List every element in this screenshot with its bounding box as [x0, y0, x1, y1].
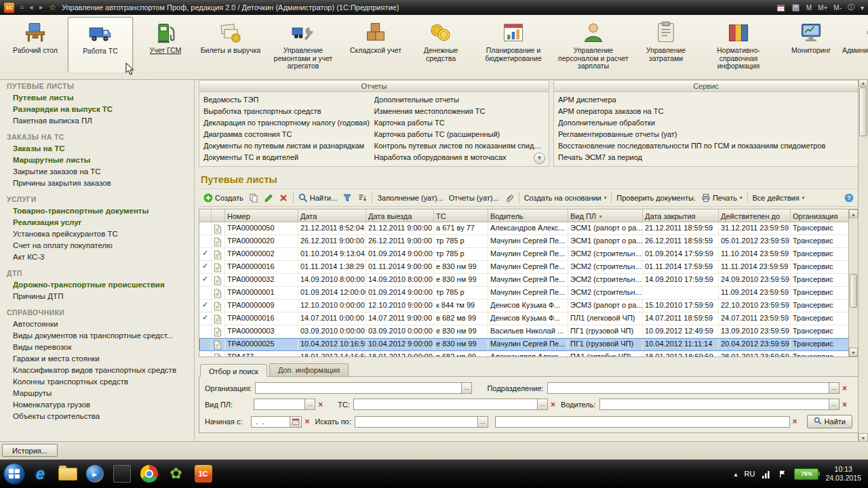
- service-link[interactable]: Регламентированные отчеты (уат): [558, 129, 854, 140]
- start-from-input[interactable]: [251, 416, 290, 428]
- battery-indicator[interactable]: 76%: [794, 468, 818, 480]
- report-link[interactable]: Документы ТС и водителей: [203, 152, 374, 163]
- report-link[interactable]: Контроль путевых листов по показаниям сп…: [374, 140, 545, 152]
- start-from-clear-icon[interactable]: ×: [304, 417, 309, 426]
- toolbar-cancel-search-button[interactable]: [340, 192, 355, 204]
- ribbon-tab-truck[interactable]: Работа ТС: [68, 17, 133, 73]
- page-scrollbar[interactable]: ▲ ▼: [858, 78, 868, 442]
- division-input[interactable]: [547, 382, 829, 394]
- table-row[interactable]: ✓ТРА0000000201.10.2014 9:13:0401.09.2014…: [199, 248, 849, 261]
- table-row[interactable]: ТРА0000005021.12.2011 8:52:0421.12.2011 …: [199, 222, 849, 235]
- start-button[interactable]: [3, 462, 26, 485]
- report-link[interactable]: Карточка работы ТС (расширенный): [374, 129, 545, 140]
- tab-filter-search[interactable]: Отбор и поиск: [200, 364, 267, 377]
- scroll-down-icon[interactable]: ▼: [849, 348, 858, 357]
- sidebar-item[interactable]: Пакетная выписка ПЛ: [7, 115, 194, 127]
- find-button[interactable]: Найти: [807, 415, 852, 428]
- scroll-up-icon[interactable]: ▲: [849, 209, 858, 218]
- header-icon-column[interactable]: [212, 209, 225, 222]
- column-header-9[interactable]: Организация: [791, 209, 849, 222]
- service-link[interactable]: Печать ЭСМ7 за период: [558, 152, 854, 163]
- pl-type-input[interactable]: [254, 399, 305, 410]
- sidebar-item[interactable]: Причины закрытия заказов: [7, 178, 194, 189]
- organization-picker-button[interactable]: ...: [462, 382, 472, 394]
- tab-additional-info[interactable]: Доп. информация: [269, 363, 349, 376]
- column-header-1[interactable]: Номер: [225, 209, 298, 222]
- column-header-8[interactable]: Действителен до: [719, 209, 791, 222]
- search-value-input[interactable]: [495, 416, 790, 428]
- table-row[interactable]: ✓ТРА0000001614.07.2011 0:00:0014.07.2011…: [199, 312, 849, 325]
- table-row[interactable]: ✓ТРА0000003214.09.2010 8:00:0014.09.2010…: [199, 274, 849, 287]
- ribbon-tab-fuel[interactable]: Учет ГСМ: [133, 17, 198, 73]
- report-link[interactable]: Выработка транспортных средств: [203, 106, 374, 117]
- search-by-input[interactable]: [355, 416, 478, 428]
- organization-input[interactable]: [255, 382, 462, 394]
- ribbon-tab-reference[interactable]: Нормативно-справочная информация: [698, 17, 778, 73]
- vehicle-input[interactable]: [353, 399, 538, 410]
- search-by-picker-button[interactable]: ...: [478, 416, 488, 428]
- sidebar-item[interactable]: Товарно-транспортные документы: [7, 205, 194, 217]
- sidebar-item[interactable]: Виды перевозок: [7, 342, 194, 353]
- date-picker-calendar-icon[interactable]: [290, 416, 302, 428]
- report-link[interactable]: Ведомость ТЭП: [203, 94, 374, 106]
- sidebar-item[interactable]: Колонны транспортных средств: [7, 376, 194, 388]
- toolbar-delete-button[interactable]: [276, 192, 291, 204]
- table-row[interactable]: ТРА0000002026.12.2011 9:00:0026.12.2011 …: [199, 235, 849, 248]
- pl-type-clear-icon[interactable]: ×: [318, 400, 323, 409]
- action-flag-icon[interactable]: [778, 470, 787, 479]
- sidebar-item[interactable]: Автостоянки: [7, 319, 194, 330]
- toolbar-create-button[interactable]: Создать: [201, 192, 246, 204]
- folder-taskbar-icon[interactable]: [57, 464, 78, 485]
- report-link[interactable]: Дополнительные отчеты: [374, 94, 545, 106]
- wmp-taskbar-icon[interactable]: ▸: [84, 464, 105, 485]
- sidebar-item[interactable]: Маршруты: [7, 388, 194, 399]
- forward-icon[interactable]: ►: [38, 4, 44, 11]
- table-row[interactable]: ТРА0000002510.04.2012 10:16:5910.04.2012…: [199, 338, 849, 351]
- sidebar-item[interactable]: Путевые листы: [7, 92, 194, 104]
- table-row[interactable]: ✓ТРА0000000912.10.2010 0:00:0012.10.2010…: [199, 300, 849, 312]
- sidebar-item[interactable]: Закрытие заказов на ТС: [7, 166, 194, 178]
- service-link[interactable]: АРМ диспетчера: [558, 94, 854, 106]
- sidebar-item[interactable]: Объекты строительства: [7, 411, 194, 422]
- column-header-3[interactable]: Дата выезда: [366, 209, 434, 222]
- search-clear-icon[interactable]: ×: [793, 417, 797, 426]
- vehicle-clear-icon[interactable]: ×: [551, 400, 555, 409]
- language-indicator[interactable]: RU: [745, 470, 755, 478]
- service-link[interactable]: АРМ оператора заказов на ТС: [558, 106, 854, 117]
- ribbon-tab-monitoring[interactable]: Мониторинг: [778, 17, 844, 73]
- ribbon-tab-repair[interactable]: Управление ремонтами и учет агрегатов: [263, 17, 343, 73]
- memory-button-m[interactable]: M: [806, 4, 812, 12]
- sidebar-item[interactable]: Гаражи и места стоянки: [7, 353, 194, 365]
- toolbar-reports-uat-button[interactable]: Отчеты (уат)...: [446, 192, 502, 203]
- sidebar-item[interactable]: Причины ДТП: [7, 291, 194, 302]
- main-menu-icon[interactable]: ≡: [20, 4, 24, 11]
- report-link[interactable]: Декларация по транспортному налогу (годо…: [203, 117, 374, 129]
- history-button[interactable]: История...: [2, 444, 58, 457]
- sidebar-item[interactable]: Маршрутные листы: [7, 155, 194, 166]
- sidebar-item[interactable]: Разнарядки на выпуск ТС: [7, 104, 194, 115]
- column-header-2[interactable]: Дата: [298, 209, 366, 222]
- sidebar-item[interactable]: Классификатор видов транспортных средств: [7, 365, 194, 376]
- driver-picker-button[interactable]: ...: [829, 399, 840, 410]
- column-header-5[interactable]: Водитель: [488, 209, 568, 222]
- table-row[interactable]: ТРА0000000101.09.2014 12:00:0001.09.2014…: [199, 287, 849, 300]
- report-link[interactable]: Диаграмма состояния ТС: [203, 129, 374, 140]
- sidebar-item[interactable]: Счет на оплату покупателю: [7, 240, 194, 251]
- icq-taskbar-icon[interactable]: ✿: [165, 464, 186, 485]
- pl-type-picker-button[interactable]: ...: [305, 399, 315, 410]
- ribbon-tab-tickets[interactable]: Билеты и выручка: [198, 17, 263, 73]
- toolbar-find-button[interactable]: Найти...: [296, 192, 340, 204]
- column-header-4[interactable]: ТС: [434, 209, 488, 222]
- ribbon-tab-money[interactable]: Денежные средства: [408, 17, 473, 73]
- titlebar-dropdown-icon[interactable]: ▾: [861, 4, 864, 12]
- column-header-6[interactable]: Вид ПЛ▼: [568, 209, 643, 222]
- toolbar-copy-button[interactable]: [246, 192, 261, 204]
- network-signal-icon[interactable]: [762, 470, 771, 479]
- ribbon-tab-admin[interactable]: Администрирование: [844, 17, 868, 73]
- page-scroll-thumb[interactable]: [859, 87, 867, 136]
- sidebar-item[interactable]: Акт КС-3: [7, 251, 194, 263]
- sidebar-item[interactable]: Установка прейскурантов ТС: [7, 228, 194, 240]
- ribbon-tab-desktop[interactable]: Рабочий стол: [3, 17, 68, 73]
- report-link[interactable]: Изменения местоположения ТС: [374, 106, 545, 117]
- division-picker-button[interactable]: ...: [829, 382, 840, 394]
